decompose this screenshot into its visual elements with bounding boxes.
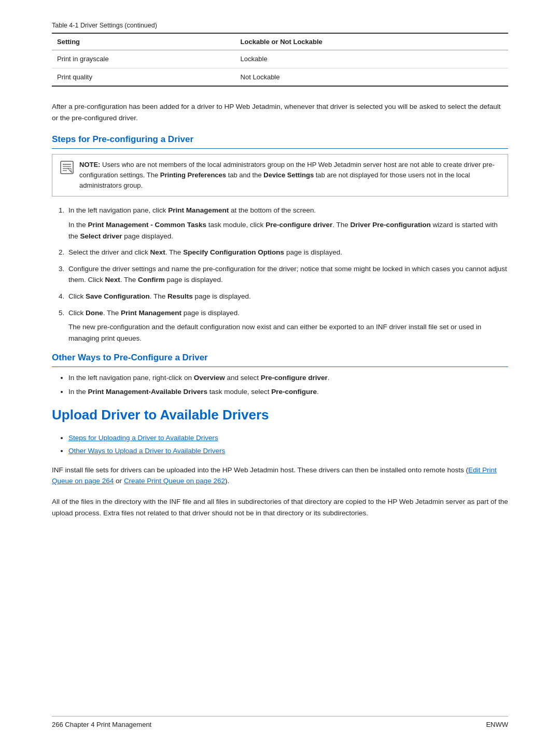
cell-lockable: Not Lockable bbox=[235, 68, 508, 86]
link-steps-upload[interactable]: Steps for Uploading a Driver to Availabl… bbox=[68, 434, 218, 442]
step-4: Click Save Configuration. The Results pa… bbox=[66, 291, 508, 302]
section3-heading: Upload Driver to Available Drivers bbox=[52, 405, 508, 425]
table-caption-label: Table 4-1 bbox=[52, 22, 78, 29]
para1-end: ). bbox=[225, 477, 229, 485]
link-item-2: Other Ways to Upload a Driver to Availab… bbox=[68, 445, 508, 457]
section2-bullet-1: In the left navigation pane, right-click… bbox=[68, 372, 508, 384]
link-item-1: Steps for Uploading a Driver to Availabl… bbox=[68, 432, 508, 444]
settings-table: Setting Lockable or Not Lockable Print i… bbox=[52, 33, 508, 87]
intro-paragraph: After a pre-configuration has been added… bbox=[52, 101, 508, 123]
table-row: Print in grayscaleLockable bbox=[52, 50, 508, 68]
step1-sub: In the Print Management - Common Tasks t… bbox=[68, 219, 508, 242]
page-footer: 266 Chapter 4 Print Management ENWW bbox=[52, 716, 508, 730]
col-lockable: Lockable or Not Lockable bbox=[235, 33, 508, 50]
table-row: Print qualityNot Lockable bbox=[52, 68, 508, 86]
note-icon bbox=[60, 160, 74, 175]
section3-para1: INF install file sets for drivers can be… bbox=[52, 465, 508, 487]
section3-para2: All of the files in the directory with t… bbox=[52, 496, 508, 518]
steps-list: In the left navigation pane, click Print… bbox=[66, 205, 508, 344]
cell-lockable: Lockable bbox=[235, 50, 508, 68]
note-bold2: Device Settings bbox=[263, 171, 314, 179]
footer-right: ENWW bbox=[486, 720, 508, 730]
para1-mid: or bbox=[114, 477, 124, 485]
table-caption-rest: Driver Settings (continued) bbox=[78, 22, 157, 29]
para1-pre: INF install file sets for drivers can be… bbox=[52, 466, 468, 474]
step-3: Configure the driver settings and name t… bbox=[66, 263, 508, 286]
step-5: Click Done. The Print Management page is… bbox=[66, 307, 508, 344]
step1-bold1: Print Management bbox=[168, 206, 229, 214]
footer-left: 266 Chapter 4 Print Management bbox=[52, 720, 151, 730]
link-other-upload[interactable]: Other Ways to Upload a Driver to Availab… bbox=[68, 447, 225, 455]
table-caption: Table 4-1 Driver Settings (continued) bbox=[52, 21, 508, 31]
note-label: NOTE: bbox=[79, 161, 100, 168]
section-preconfig: Steps for Pre-configuring a Driver NOTE:… bbox=[52, 133, 508, 344]
table-header-row: Setting Lockable or Not Lockable bbox=[52, 33, 508, 50]
table-container: Table 4-1 Driver Settings (continued) Se… bbox=[52, 21, 508, 87]
page: Table 4-1 Driver Settings (continued) Se… bbox=[0, 0, 560, 745]
section1-heading: Steps for Pre-configuring a Driver bbox=[52, 133, 508, 149]
step5-sub: The new pre-configuration and the defaul… bbox=[68, 321, 508, 344]
step-2: Select the driver and click Next. The Sp… bbox=[66, 247, 508, 258]
section2-bullet-2: In the Print Management-Available Driver… bbox=[68, 386, 508, 398]
cell-setting: Print quality bbox=[52, 68, 235, 86]
note-bold1: Printing Preferences bbox=[160, 171, 226, 179]
section2-heading: Other Ways to Pre-Configure a Driver bbox=[52, 351, 508, 367]
section2-bullets: In the left navigation pane, right-click… bbox=[68, 372, 508, 398]
step-1: In the left navigation pane, click Print… bbox=[66, 205, 508, 242]
note-content: NOTE: Users who are not members of the l… bbox=[79, 160, 500, 191]
note-text-mid: tab and the bbox=[226, 171, 263, 179]
col-setting: Setting bbox=[52, 33, 235, 50]
section-upload: Upload Driver to Available Drivers Steps… bbox=[52, 405, 508, 518]
section3-link-list: Steps for Uploading a Driver to Availabl… bbox=[68, 432, 508, 457]
cell-setting: Print in grayscale bbox=[52, 50, 235, 68]
section-otherways-preconfig: Other Ways to Pre-Configure a Driver In … bbox=[52, 351, 508, 398]
note-box: NOTE: Users who are not members of the l… bbox=[52, 154, 508, 196]
link-create-print-queue[interactable]: Create Print Queue on page 262 bbox=[124, 477, 225, 485]
